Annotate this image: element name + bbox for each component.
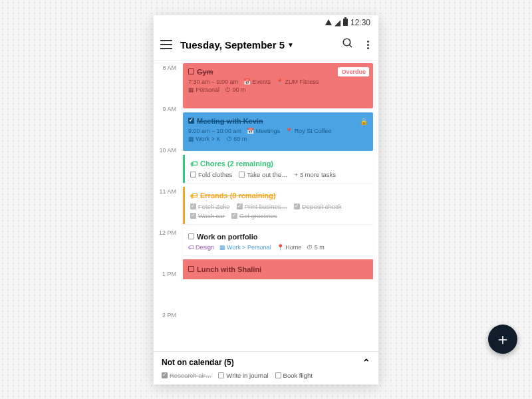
checkbox-icon[interactable] <box>190 172 196 178</box>
clock-time: 12:30 <box>350 18 370 27</box>
more-tasks-link[interactable]: + 3 more tasks <box>295 171 336 178</box>
checkbox-icon[interactable] <box>188 68 194 74</box>
tasklist-chores[interactable]: 🏷Chores (2 remaining) Fold clothes Take … <box>183 155 373 183</box>
svg-line-1 <box>349 45 352 47</box>
search-icon[interactable] <box>339 35 356 55</box>
checkbox-icon[interactable] <box>218 372 224 378</box>
menu-icon[interactable] <box>160 40 172 49</box>
lock-icon: 🔒 <box>360 118 368 125</box>
event-lunch[interactable]: Lunch with Shalini <box>183 259 373 279</box>
checkbox-icon[interactable] <box>190 203 196 209</box>
checkbox-icon[interactable] <box>294 203 300 209</box>
battery-icon <box>343 19 348 26</box>
date-selector[interactable]: Tuesday, September 5 ▼ <box>180 39 331 51</box>
status-bar: ◢ 12:30 <box>154 15 378 30</box>
event-gym[interactable]: Gym Overdue 7:30 am – 9:00 am📅 Events📍 Z… <box>183 63 373 108</box>
tag-icon: 🏷 <box>190 192 198 200</box>
checkbox-icon[interactable] <box>231 213 237 219</box>
checkbox-icon[interactable] <box>188 118 194 124</box>
overdue-badge: Overdue <box>338 67 369 76</box>
phone-frame: ◢ 12:30 Tuesday, September 5 ▼ 8 AM9 AM1… <box>154 15 378 384</box>
event-meeting-kevin[interactable]: Meeting with Kevin 🔒 9:00 am – 10:00 am📅… <box>183 112 373 151</box>
dropdown-caret-icon: ▼ <box>287 41 294 49</box>
timeline[interactable]: 8 AM9 AM10 AM11 AM12 PM1 PM2 PM Gym Over… <box>154 61 378 351</box>
sheet-title: Not on calendar (5) <box>162 358 234 367</box>
checkbox-icon[interactable] <box>237 203 243 209</box>
tasklist-errands[interactable]: 🏷Errands (0 remaining) Fetch Zeke Print … <box>183 187 373 224</box>
checkbox-icon[interactable] <box>188 233 194 239</box>
chevron-up-icon[interactable]: ⌃ <box>362 357 370 368</box>
checkbox-icon[interactable] <box>190 213 196 219</box>
checkbox-icon[interactable] <box>239 172 245 178</box>
tag-icon: 🏷 <box>190 160 198 168</box>
not-on-calendar-sheet[interactable]: Not on calendar (5) ⌃ Research air… Writ… <box>154 351 378 384</box>
date-title: Tuesday, September 5 <box>180 39 285 51</box>
task-portfolio[interactable]: Work on portfolio 🏷 Design ▦ Work > Pers… <box>183 228 373 255</box>
wifi-icon <box>325 19 332 25</box>
checkbox-icon[interactable] <box>275 372 281 378</box>
more-icon[interactable] <box>364 38 372 52</box>
checkbox-icon[interactable] <box>162 372 168 378</box>
signal-icon: ◢ <box>334 18 340 27</box>
checkbox-icon[interactable] <box>188 266 194 272</box>
hour-labels: 8 AM9 AM10 AM11 AM12 PM1 PM2 PM <box>154 61 180 349</box>
app-bar: Tuesday, September 5 ▼ <box>154 30 378 61</box>
svg-point-0 <box>343 39 350 46</box>
